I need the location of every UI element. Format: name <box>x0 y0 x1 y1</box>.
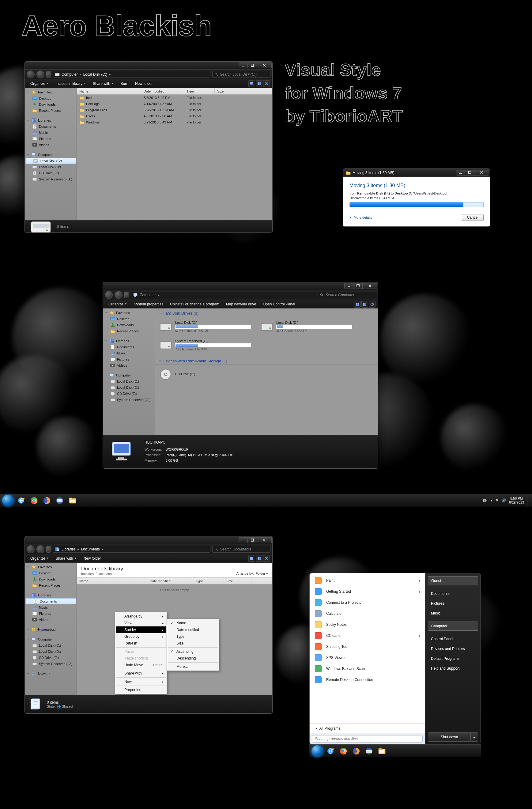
drive-list[interactable]: ▾Hard Disk Drives (3) Local Disk (C:) 67… <box>155 308 378 435</box>
menu-item[interactable]: Size <box>168 640 218 647</box>
more-details-toggle[interactable]: ▼More details <box>349 216 372 219</box>
sidebar-section[interactable]: ▾Libraries <box>103 338 155 344</box>
address-bar[interactable]: Computer▸ <box>131 292 316 298</box>
nav-pane[interactable]: ▾FavoritesDesktopDownloadsRecent Places▾… <box>103 308 155 435</box>
sidebar-section[interactable]: ▾Network <box>25 671 76 677</box>
col-date[interactable]: Date modified <box>141 88 184 94</box>
minimize-button[interactable] <box>239 537 248 543</box>
menu-item[interactable]: Arrange by ▸ <box>116 613 166 620</box>
uninstall-button[interactable]: Uninstall or change a program <box>167 301 222 307</box>
sidebar-section[interactable]: ▾Favorites <box>103 310 155 316</box>
sidebar-item[interactable]: Local Disk (C:) <box>103 378 155 384</box>
titlebar[interactable] <box>103 282 378 290</box>
tray-volume-icon[interactable]: 🔊 <box>502 498 506 502</box>
history-dropdown[interactable] <box>46 546 51 553</box>
menu-item[interactable]: More... <box>168 663 218 670</box>
taskbar[interactable]: EN ▴ ⚑ 🔊 5:58 PM6/29/2013 <box>0 494 532 507</box>
menu-item[interactable]: Descending <box>168 655 218 662</box>
start-right-item[interactable]: Music <box>428 609 478 618</box>
file-row[interactable]: Intel 3/6/2013 5:49 PM File folder <box>77 94 272 101</box>
titlebar[interactable] <box>25 536 272 544</box>
sidebar-section[interactable]: ▾Homegroup <box>25 626 76 633</box>
start-right-item[interactable]: Default Programs <box>428 654 478 663</box>
context-menu[interactable]: Arrange by ▸ View ▸ Sort by ▸ Group by ▸… <box>115 612 167 694</box>
sidebar-item[interactable]: Pictures <box>103 356 155 362</box>
search-input[interactable]: Search Documents <box>212 546 271 553</box>
start-right-item[interactable]: Pictures <box>428 599 478 608</box>
start-search-input[interactable] <box>312 735 423 742</box>
minimize-button[interactable] <box>456 170 465 175</box>
taskbar-firefox-icon[interactable] <box>350 746 362 756</box>
sidebar-item[interactable]: Music <box>25 604 76 610</box>
start-program-item[interactable]: XPS Viewer <box>311 652 424 663</box>
drive-cd[interactable]: CD Drive (E:) <box>159 368 251 381</box>
address-bar[interactable]: Libraries▸ Documents▸ <box>53 546 210 553</box>
sidebar-item[interactable]: CD Drive (E:) <box>25 170 76 176</box>
col-size[interactable]: Size <box>224 578 252 584</box>
sidebar-section[interactable]: ▾Computer <box>103 372 155 378</box>
sidebar-item[interactable]: Recent Places <box>103 328 155 334</box>
file-row[interactable]: Windows 6/29/2013 5:49 PM File folder <box>77 119 272 125</box>
sidebar-item[interactable]: Documents <box>25 123 76 130</box>
address-bar[interactable]: Computer▸ Local Disk (C:)▸ <box>53 71 210 78</box>
menu-item[interactable]: Undo Move Ctrl+Z <box>116 662 166 668</box>
sidebar-item[interactable]: Local Disk (D:) <box>25 164 76 170</box>
clock[interactable]: 5:58 PM6/29/2013 <box>509 497 524 504</box>
sidebar-item[interactable]: Videos <box>103 362 155 368</box>
sidebar-item[interactable]: Desktop <box>103 316 155 322</box>
forward-button[interactable] <box>36 545 45 553</box>
close-button[interactable] <box>257 63 272 68</box>
start-program-item[interactable]: CCleaner▸ <box>311 630 424 641</box>
maximize-button[interactable] <box>465 170 475 175</box>
start-program-item[interactable]: Getting Started▸ <box>311 586 424 597</box>
menu-item[interactable]: ✓Ascending <box>168 648 218 655</box>
start-program-item[interactable]: Snipping Tool <box>311 641 424 652</box>
close-button[interactable] <box>363 283 377 289</box>
sidebar-item[interactable]: Music <box>25 130 76 136</box>
include-in-library-button[interactable]: Include in library▼ <box>53 81 89 87</box>
category-hard-disks[interactable]: ▾Hard Disk Drives (3) <box>155 308 378 317</box>
start-right-item[interactable]: Control Panel <box>428 634 478 643</box>
col-date[interactable]: Date modified <box>147 578 193 584</box>
taskbar-ie-icon[interactable] <box>15 495 27 506</box>
drive-item[interactable]: System Reserved (G:) 70.2 MB free of 99.… <box>159 339 251 351</box>
start-program-item[interactable]: Paint▸ <box>311 575 424 586</box>
menu-item[interactable]: Share with ▸ <box>116 670 166 677</box>
sidebar-item[interactable]: Local Disk (D:) <box>103 384 155 391</box>
taskbar-ie-icon[interactable] <box>325 746 336 756</box>
taskbar-chrome-icon[interactable] <box>28 495 40 506</box>
back-button[interactable] <box>105 291 113 299</box>
all-programs-button[interactable]: ▸ All Programs <box>310 723 425 733</box>
sidebar-item[interactable]: Documents <box>103 344 155 350</box>
sidebar-item[interactable]: Music <box>103 350 155 356</box>
sidebar-item[interactable]: System Reserved (G:) <box>25 661 76 667</box>
preview-pane-button[interactable] <box>256 555 262 562</box>
sidebar-item[interactable]: Local Disk (C:) <box>25 158 76 164</box>
taskbar-chrome-icon[interactable] <box>338 746 349 756</box>
start-right-item[interactable]: Help and Support <box>428 664 478 673</box>
search-input[interactable]: Search Computer <box>318 292 376 298</box>
start-program-item[interactable]: Connect to a Projector <box>311 597 424 608</box>
menu-item[interactable]: Sort by ▸ <box>116 626 166 633</box>
col-name[interactable]: Name <box>77 88 141 94</box>
sidebar-item[interactable]: Downloads <box>103 322 155 328</box>
sidebar-item[interactable]: Pictures <box>25 136 76 142</box>
col-name[interactable]: Name <box>77 578 147 584</box>
help-button[interactable]: ? <box>263 80 270 87</box>
col-type[interactable]: Type <box>184 88 215 94</box>
drive-item[interactable]: Local Disk (D:) 443 GB free of 488 GB <box>260 320 352 333</box>
menu-item[interactable]: Refresh <box>116 640 166 647</box>
sidebar-section[interactable]: ▾Computer <box>25 152 76 158</box>
minimize-button[interactable] <box>239 63 248 68</box>
view-button[interactable] <box>248 555 255 562</box>
menu-item[interactable]: View ▸ <box>116 620 166 626</box>
preview-pane-button[interactable] <box>256 80 262 87</box>
preview-pane-button[interactable] <box>361 301 368 308</box>
organize-button[interactable]: Organize▼ <box>27 81 52 87</box>
sidebar-item[interactable]: Pictures <box>25 610 76 617</box>
start-program-item[interactable]: Calculator <box>311 608 424 619</box>
help-button[interactable]: ? <box>369 301 376 308</box>
taskbar-firefox-icon[interactable] <box>41 495 53 506</box>
sidebar-item[interactable]: Recent Places <box>25 107 76 114</box>
sidebar-item[interactable]: Desktop <box>25 570 76 576</box>
